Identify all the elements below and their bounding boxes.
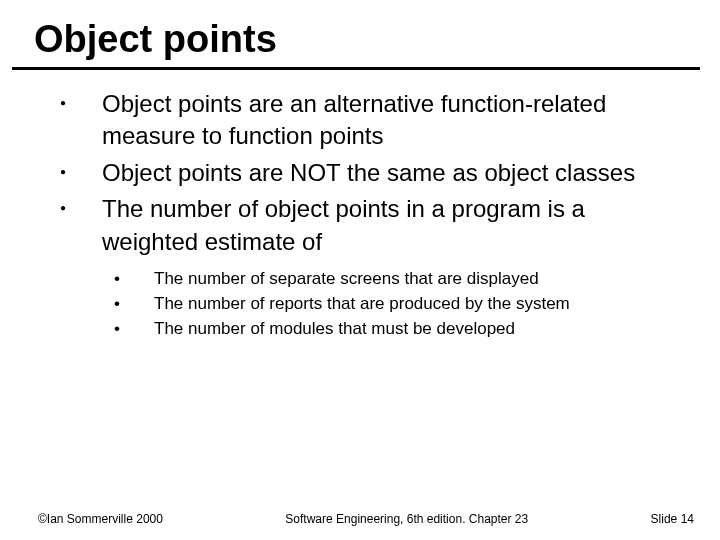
- list-item: Object points are NOT the same as object…: [54, 157, 686, 189]
- list-item: Object points are an alternative functio…: [54, 88, 686, 153]
- footer-right: Slide 14: [651, 512, 694, 526]
- footer-left: ©Ian Sommerville 2000: [38, 512, 163, 526]
- list-item: The number of object points in a program…: [54, 193, 686, 341]
- sub-list-item: The number of reports that are produced …: [110, 293, 686, 316]
- slide-footer: ©Ian Sommerville 2000 Software Engineeri…: [0, 512, 720, 526]
- slide-title: Object points: [34, 18, 720, 61]
- slide-content: Object points are an alternative functio…: [0, 70, 720, 341]
- sub-list-item: The number of separate screens that are …: [110, 268, 686, 291]
- sub-list-item: The number of modules that must be devel…: [110, 318, 686, 341]
- list-item-text: The number of object points in a program…: [102, 195, 585, 254]
- footer-center: Software Engineering, 6th edition. Chapt…: [285, 512, 528, 526]
